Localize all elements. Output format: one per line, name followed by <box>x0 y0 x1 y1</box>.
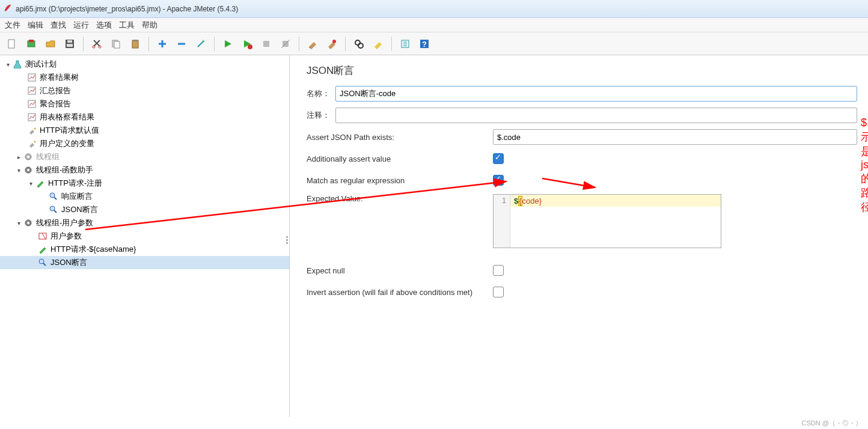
comment-label: 注释： <box>307 110 335 121</box>
gear-icon <box>23 153 34 161</box>
svg-point-15 <box>332 40 336 43</box>
menu-search[interactable]: 查找 <box>50 20 66 31</box>
code-content[interactable]: ${code} <box>510 195 721 248</box>
clear2-button[interactable] <box>323 35 340 52</box>
tool-icon <box>26 139 37 148</box>
annotation-json-path: $.表示是json的路径 <box>861 115 868 214</box>
config-panel: JSON断言 名称： 注释： Assert JSON Path exists: … <box>290 55 868 417</box>
userparam-icon <box>37 232 48 240</box>
help-button[interactable]: ? <box>416 35 433 52</box>
svg-rect-13 <box>263 41 269 47</box>
expand-icon[interactable]: ▾ <box>14 220 23 227</box>
tree-item[interactable]: 用表格察看结果 <box>0 111 289 124</box>
tool-icon <box>26 126 37 135</box>
copy-button[interactable] <box>108 35 124 52</box>
expected-label: Expected Value: <box>307 194 493 203</box>
svg-point-17 <box>358 43 363 48</box>
svg-point-29 <box>50 193 55 198</box>
paste-button[interactable] <box>127 35 144 52</box>
expect-null-label: Expect null <box>307 266 493 275</box>
open-button[interactable] <box>42 35 59 52</box>
tree-label: 测试计划 <box>25 59 57 70</box>
menu-tools[interactable]: 工具 <box>119 20 135 31</box>
tree-user-params[interactable]: 用户参数 <box>0 230 289 243</box>
menubar: 文件 编辑 查找 运行 选项 工具 帮助 <box>0 18 868 32</box>
remove-button[interactable] <box>173 35 190 52</box>
cut-button[interactable] <box>88 35 105 52</box>
assert-path-input[interactable] <box>493 129 857 145</box>
svg-rect-5 <box>67 40 72 43</box>
expand-icon[interactable]: ▾ <box>26 180 35 187</box>
add-button[interactable] <box>154 35 171 52</box>
function-helper-button[interactable] <box>397 35 414 52</box>
tree-json-assertion[interactable]: JSON断言 <box>0 203 289 216</box>
expected-value-editor[interactable]: 1 ${code} <box>493 194 721 248</box>
additionally-checkbox[interactable] <box>493 153 504 164</box>
tree-item[interactable]: HTTP请求默认值 <box>0 124 289 137</box>
tree-item[interactable]: 察看结果树 <box>0 71 289 84</box>
menu-run[interactable]: 运行 <box>73 20 89 31</box>
run-no-pause-button[interactable] <box>239 35 255 52</box>
expand-icon[interactable]: ▸ <box>14 154 23 160</box>
tree-label: 响应断言 <box>61 191 93 202</box>
app-icon <box>4 4 12 14</box>
window-title: api65.jmx (D:\projects\jmeter_pros\api65… <box>16 5 238 13</box>
comment-input[interactable] <box>335 108 857 123</box>
tree-item[interactable]: 汇总报告 <box>0 84 289 97</box>
magnifier-icon <box>48 192 59 201</box>
separator <box>391 37 392 51</box>
new-button[interactable] <box>4 35 20 52</box>
tree-threadgroup3[interactable]: ▾线程组-用户参数 <box>0 216 289 230</box>
menu-help[interactable]: 帮助 <box>142 20 157 31</box>
separator <box>345 37 346 51</box>
match-regex-checkbox[interactable] <box>493 175 504 186</box>
svg-rect-11 <box>133 40 137 41</box>
shutdown-button[interactable] <box>277 35 294 52</box>
tree-label: 线程组-用户参数 <box>36 218 93 228</box>
name-input[interactable] <box>335 86 857 102</box>
run-button[interactable] <box>219 35 236 52</box>
splitter-grip[interactable] <box>286 236 288 244</box>
tree-response-assertion[interactable]: 响应断言 <box>0 190 289 203</box>
svg-point-32 <box>27 222 29 224</box>
tree-threadgroup2[interactable]: ▾线程组-函数助手 <box>0 163 289 177</box>
invert-checkbox[interactable] <box>493 287 504 297</box>
report-icon <box>26 87 37 95</box>
separator <box>83 37 84 51</box>
stop-button[interactable] <box>258 35 275 52</box>
expand-icon[interactable]: ▾ <box>14 167 23 174</box>
svg-point-28 <box>27 169 29 171</box>
menu-edit[interactable]: 编辑 <box>28 20 43 31</box>
svg-rect-2 <box>29 40 34 42</box>
clear-search-button[interactable] <box>370 35 387 52</box>
expect-null-checkbox[interactable] <box>493 265 504 276</box>
svg-rect-0 <box>8 40 14 48</box>
assert-path-label: Assert JSON Path exists: <box>307 133 493 142</box>
tree-http-request-case[interactable]: HTTP请求-${caseName} <box>0 243 289 256</box>
svg-text:?: ? <box>422 40 427 49</box>
magnifier-icon <box>48 205 59 214</box>
tree-item[interactable]: 聚合报告 <box>0 97 289 111</box>
expand-icon[interactable]: ▾ <box>4 61 12 68</box>
clear1-button[interactable] <box>304 35 321 52</box>
separator <box>214 37 215 51</box>
search-button[interactable] <box>350 35 367 52</box>
tree-root[interactable]: ▾ 测试计划 <box>0 58 289 71</box>
tree-label: JSON断言 <box>50 257 87 268</box>
templates-button[interactable] <box>23 35 40 52</box>
svg-point-34 <box>39 259 44 264</box>
tree-threadgroup1[interactable]: ▸线程组 <box>0 150 289 163</box>
wand-button[interactable] <box>192 35 209 52</box>
menu-options[interactable]: 选项 <box>96 20 112 31</box>
pencil-icon <box>37 245 48 254</box>
tree-label: HTTP请求-注册 <box>48 178 102 189</box>
save-button[interactable] <box>61 35 78 52</box>
tree-item[interactable]: 用户定义的变量 <box>0 137 289 150</box>
toolbar: ? <box>0 32 868 55</box>
invert-label: Invert assertion (will fail if above con… <box>307 288 493 297</box>
tree-http-request[interactable]: ▾HTTP请求-注册 <box>0 177 289 190</box>
tree-panel: ▾ 测试计划 察看结果树 汇总报告 聚合报告 用表格察看结果 HTTP请求默认值… <box>0 55 290 417</box>
menu-file[interactable]: 文件 <box>5 20 20 31</box>
report-icon <box>26 100 37 108</box>
tree-json-assertion-selected[interactable]: JSON断言 <box>0 256 289 269</box>
